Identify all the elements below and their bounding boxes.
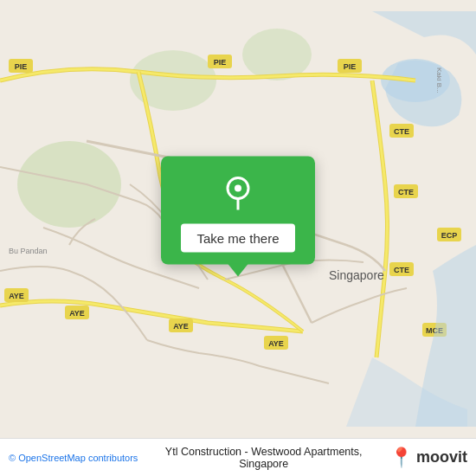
- svg-text:CTE: CTE: [398, 188, 414, 196]
- location-pin-icon: [219, 172, 257, 215]
- svg-text:Bu Pandan: Bu Pandan: [9, 247, 48, 255]
- svg-text:AYE: AYE: [173, 322, 189, 331]
- map-attribution: © OpenStreetMap contributors: [9, 453, 138, 463]
- svg-text:AYE: AYE: [268, 339, 284, 348]
- attribution-symbol: ©: [9, 453, 16, 463]
- map-popup-card: Take me there: [161, 157, 315, 265]
- place-info: Ytl Construction - Westwood Apartments, …: [145, 446, 383, 470]
- bottom-bar: © OpenStreetMap contributors Ytl Constru…: [0, 438, 476, 476]
- attribution-text: OpenStreetMap contributors: [18, 453, 138, 463]
- svg-text:PIE: PIE: [214, 58, 227, 67]
- moovit-pin-icon: 📍: [389, 447, 413, 469]
- app: PIE PIE PIE CTE CTE CTE: [0, 0, 476, 476]
- map-container: PIE PIE PIE CTE CTE CTE: [0, 0, 476, 438]
- svg-text:Kaki B...: Kaki B...: [435, 68, 443, 93]
- svg-text:Singapore: Singapore: [329, 268, 384, 282]
- moovit-logo: 📍 moovit: [389, 447, 467, 469]
- svg-text:AYE: AYE: [69, 309, 85, 318]
- svg-text:AYE: AYE: [9, 292, 24, 300]
- svg-text:PIE: PIE: [15, 62, 28, 71]
- moovit-label: moovit: [416, 448, 467, 466]
- svg-point-4: [242, 29, 312, 80]
- svg-text:PIE: PIE: [344, 62, 357, 71]
- take-me-there-button[interactable]: Take me there: [181, 224, 294, 253]
- svg-text:ECP: ECP: [441, 231, 458, 240]
- svg-text:CTE: CTE: [394, 266, 409, 274]
- svg-point-33: [235, 185, 241, 192]
- svg-point-2: [17, 141, 121, 228]
- svg-text:CTE: CTE: [394, 127, 409, 136]
